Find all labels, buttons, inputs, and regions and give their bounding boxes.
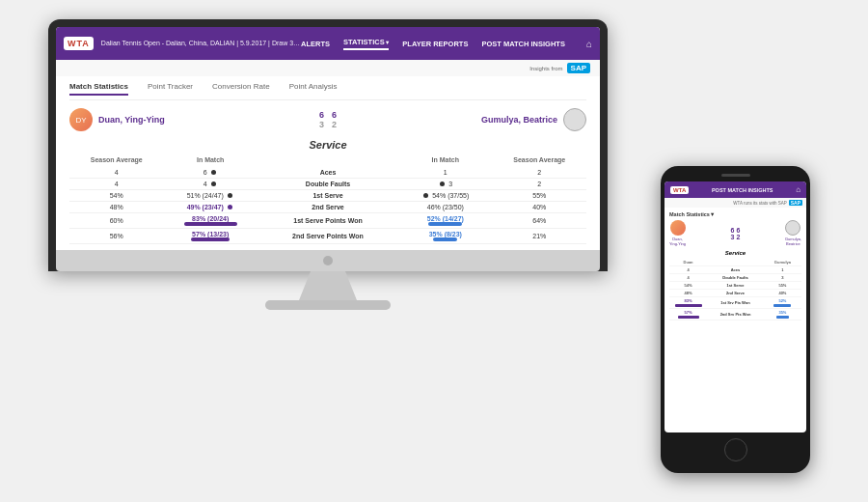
tab-match-statistics[interactable]: Match Statistics	[69, 82, 128, 96]
phone-speaker	[721, 174, 750, 177]
home-icon[interactable]: ⌂	[586, 39, 592, 49]
phone-match-title[interactable]: Match Statistics ▾	[669, 211, 801, 217]
table-row: 56% 57% (13/23) 2nd Serve Points Won 35%…	[69, 229, 586, 244]
score-bottom-row: 3 2	[319, 120, 337, 129]
stat-label-aces: Aces	[258, 169, 398, 176]
phone-wrapper: WTA POST MATCH INSIGHTS ⌂ WTA runs its s…	[661, 166, 810, 473]
player-left: DY Duan, Ying-Ying	[69, 108, 242, 131]
score-s1-p1: 6	[319, 110, 324, 120]
nav-player-reports[interactable]: PLAYER REPORTS	[402, 40, 468, 48]
table-row: 4 Aces 1	[669, 266, 801, 274]
phone-score: 6 63 2	[731, 227, 741, 240]
col-header-in-match-l: In Match	[163, 156, 257, 163]
score-top-row: 6 6	[319, 110, 337, 120]
table-row: 83% 1st Srv Pts Won 52%	[669, 297, 801, 309]
stat-season-avg-l-aces: 4	[69, 169, 163, 176]
nav-breadcrumb: Dalian Tennis Open - Dalian, China, DALI…	[101, 40, 301, 47]
phone-stat-r-df: 3	[764, 275, 801, 280]
phone-sap-banner: WTA runs its stats with SAP SAP	[665, 198, 806, 208]
tab-point-analysis[interactable]: Point Analysis	[289, 82, 338, 96]
stat-in-match-l-2s: 49% (23/47)	[163, 204, 257, 210]
phone-service-title: Service	[669, 250, 801, 256]
tab-conversion-rate[interactable]: Conversion Rate	[212, 82, 270, 96]
score-box: 6 6 3 2	[242, 110, 415, 129]
phone-avatar-right	[785, 220, 800, 236]
phone-bar-r-1spw	[773, 304, 791, 307]
phone-home-button[interactable]	[724, 438, 747, 461]
player-left-name: Duan, Ying-Ying	[98, 115, 165, 125]
phone-stat-label-1spw: 1st Srv Pts Won	[707, 300, 764, 305]
players-row: DY Duan, Ying-Ying 6 6 3 2	[69, 108, 586, 131]
phone-sap-text: WTA runs its stats with SAP	[733, 201, 786, 206]
table-row: 54% 1st Serve 55%	[669, 282, 801, 290]
phone-bar-r-2spw	[776, 316, 789, 319]
stat-bar-r-2spw: 35% (8/23)	[398, 231, 492, 241]
phone-stat-label-aces: Aces	[707, 267, 764, 272]
stat-season-avg-r-1s: 55%	[493, 192, 586, 199]
stat-bar-r-1spw: 52% (14/27)	[398, 215, 492, 226]
table-row: 4 Double Faults 3	[669, 274, 801, 282]
stat-label-1s: 1st Serve	[258, 192, 398, 199]
phone-stat-r-1spw-val: 52%	[778, 298, 786, 303]
phone-player-name-right: Gumulya,Beatrice	[785, 237, 801, 246]
nav-statistics[interactable]: STATISTICS	[343, 38, 389, 50]
table-row: Duan Gumulya	[669, 259, 801, 266]
nav-post-match[interactable]: POST MATCH INSIGHTS	[481, 40, 565, 48]
stat-season-avg-l-1spw: 60%	[69, 217, 163, 224]
table-row: 57% 2nd Srv Pts Won 35%	[669, 309, 801, 321]
phone-nav-title: POST MATCH INSIGHTS	[712, 187, 773, 193]
table-row: 48% 49% (23/47) 2nd Serve 46% (23/50) 40…	[69, 202, 586, 213]
stat-in-match-l-df: 4	[163, 181, 257, 187]
score-s2-p2: 2	[332, 120, 337, 129]
phone-stat-l-2spw-val: 57%	[685, 310, 692, 315]
service-title: Service	[69, 139, 586, 151]
tab-point-tracker[interactable]: Point Tracker	[148, 82, 193, 96]
phone-stat-l-2s: 48%	[669, 291, 707, 295]
phone-player-left: Duan,Ying-Ying	[669, 220, 686, 246]
stat-season-avg-r-1spw: 64%	[493, 217, 586, 224]
phone-stat-r-1s: 55%	[764, 283, 801, 288]
phone-home-icon[interactable]: ⌂	[796, 185, 800, 194]
monitor-screen: WTA Dalian Tennis Open - Dalian, China, …	[56, 27, 600, 250]
player-right-avatar	[563, 108, 586, 131]
phone-stat-label-1s: 1st Serve	[707, 283, 764, 288]
sap-insights-text: Insights from	[529, 66, 562, 71]
stat-in-match-r-1s: 54% (37/55)	[398, 192, 492, 199]
stats-table: Season Average In Match In Match Season …	[69, 156, 586, 244]
phone-nav: WTA POST MATCH INSIGHTS ⌂	[665, 181, 806, 198]
nav-links: ALERTS STATISTICS PLAYER REPORTS POST MA…	[301, 38, 592, 50]
phone-stat-label-2s: 2nd Serve	[707, 291, 764, 295]
phone-score-box: 6 63 2	[731, 227, 741, 240]
phone-stat-label-df: Double Faults	[707, 275, 764, 280]
phone-stat-l-aces: 4	[669, 267, 707, 272]
stat-in-match-l-1s: 51% (24/47)	[163, 192, 257, 199]
phone-stat-r-2spw-val: 35%	[778, 310, 786, 315]
stat-season-avg-l-df: 4	[69, 181, 163, 187]
monitor-body: WTA Dalian Tennis Open - Dalian, China, …	[48, 19, 608, 271]
stat-season-avg-r-aces: 2	[493, 169, 586, 176]
phone-stat-r-aces: 1	[764, 267, 801, 272]
sub-tabs: Match Statistics Point Tracker Conversio…	[69, 82, 586, 100]
col-header-season-avg-r: Season Average	[493, 156, 586, 163]
stat-bar-l-2spw: 57% (13/23)	[163, 231, 257, 241]
col-header-in-match-r: In Match	[398, 156, 492, 163]
col-header-label	[258, 156, 398, 163]
phone-player-right: Gumulya,Beatrice	[785, 220, 801, 246]
score-s2-p1: 6	[332, 110, 337, 120]
phone-bar-l-2spw	[678, 316, 699, 319]
phone-content: Match Statistics ▾ Duan,Ying-Ying 6 63 2…	[665, 208, 806, 324]
stat-label-1spw: 1st Serve Points Won	[258, 217, 398, 224]
stat-season-avg-r-df: 2	[493, 181, 586, 187]
phone-stat-l-df: 4	[669, 275, 707, 280]
stat-season-avg-l-2spw: 56%	[69, 233, 163, 239]
stat-in-match-r-df: 3	[398, 181, 492, 187]
nav-alerts[interactable]: ALERTS	[301, 40, 330, 48]
player-left-avatar: DY	[69, 108, 93, 131]
table-row: 4 4 Double Faults 3 2	[69, 179, 586, 190]
monitor-chin	[56, 250, 600, 271]
table-row: 48% 2nd Serve 40%	[669, 290, 801, 297]
wta-app: WTA Dalian Tennis Open - Dalian, China, …	[56, 27, 600, 250]
monitor-stand	[299, 271, 357, 300]
stat-season-avg-r-2spw: 21%	[493, 233, 586, 239]
stat-season-avg-r-2s: 40%	[493, 204, 586, 210]
